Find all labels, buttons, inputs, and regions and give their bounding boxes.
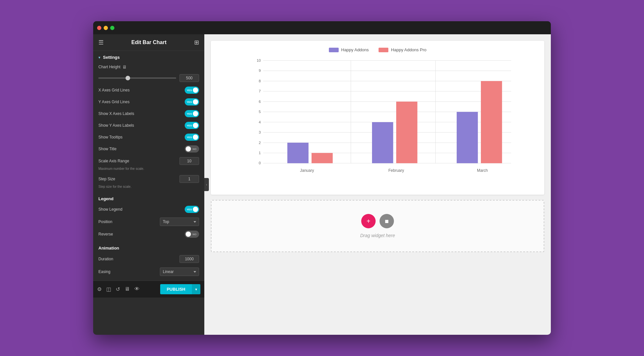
svg-text:February: February xyxy=(388,168,404,173)
duration-label: Duration xyxy=(98,257,113,261)
step-hint: Step size for the scale. xyxy=(98,185,199,188)
legend-color-1 xyxy=(329,48,339,52)
chart-legend: Happy Addons Happy Addons Pro xyxy=(217,47,538,52)
position-select[interactable]: Top Bottom Left Right xyxy=(160,218,199,226)
show-tooltips-toggle[interactable]: YES xyxy=(185,134,199,141)
chart-height-input[interactable] xyxy=(179,74,199,82)
legend-label-2: Happy Addons Pro xyxy=(391,47,426,52)
toggle-thumb xyxy=(193,99,198,105)
show-x-toggle[interactable]: YES xyxy=(185,110,199,117)
svg-text:0: 0 xyxy=(259,161,261,165)
minimize-button[interactable] xyxy=(104,26,108,30)
maximize-button[interactable] xyxy=(110,26,114,30)
scale-axis-range-label: Scale Axis Range xyxy=(98,159,129,163)
toggle-yes-label: YES xyxy=(187,101,192,104)
responsive-icon[interactable]: 🖥 xyxy=(125,286,130,292)
show-x-axes-labels-row: Show X Axes Labels YES xyxy=(98,110,199,117)
legend-label-1: Happy Addons xyxy=(341,47,369,52)
settings-header[interactable]: ▾ Settings xyxy=(98,55,199,60)
chart-area: 0 1 2 3 4 5 6 7 8 9 10 xyxy=(217,57,538,188)
close-button[interactable] xyxy=(97,26,101,30)
toggle-yes-label: YES xyxy=(187,89,192,92)
add-widget-button[interactable]: + xyxy=(361,214,376,228)
easing-label: Easing xyxy=(98,269,110,274)
svg-text:6: 6 xyxy=(259,100,261,104)
x-axes-grid-lines-label: X Axes Grid Lines xyxy=(98,88,129,92)
sidebar-title: Edit Bar Chart xyxy=(131,40,167,45)
scale-axis-range-input[interactable] xyxy=(179,157,199,165)
toolbar-right: PUBLISH ▾ xyxy=(160,284,200,294)
settings-section: ▾ Settings Chart Height 🖥 xyxy=(93,51,204,193)
sidebar-wrapper: ☰ Edit Bar Chart ⊞ ▾ Settings Chart Heig… xyxy=(93,34,204,335)
publish-dropdown-button[interactable]: ▾ xyxy=(192,284,200,294)
y-axes-grid-lines-row: Y Axes Grid Lines YES xyxy=(98,98,199,105)
svg-text:8: 8 xyxy=(259,79,261,83)
show-title-toggle-wrapper: NO xyxy=(185,145,199,153)
show-legend-row: Show Legend YES xyxy=(98,206,199,213)
sidebar-collapse-handle[interactable]: ‹ xyxy=(204,178,209,191)
chart-height-slider-container xyxy=(98,74,199,82)
bar-feb-1 xyxy=(372,122,393,163)
bar-jan-2 xyxy=(312,153,333,163)
hamburger-icon[interactable]: ☰ xyxy=(98,39,104,46)
show-legend-toggle[interactable]: YES xyxy=(185,206,199,213)
svg-text:10: 10 xyxy=(257,58,261,62)
history-icon[interactable]: ↺ xyxy=(116,286,120,292)
toggle-thumb xyxy=(193,207,198,212)
toggle-yes-label: YES xyxy=(187,136,192,139)
show-legend-label: Show Legend xyxy=(98,207,122,212)
reverse-toggle[interactable]: NO xyxy=(185,231,199,238)
scale-hint: Maximum number for the scale. xyxy=(98,167,199,170)
svg-text:2: 2 xyxy=(259,141,261,145)
x-axes-grid-toggle-wrapper: YES xyxy=(185,87,199,94)
animation-title: Animation xyxy=(98,246,119,251)
drop-zone: + ■ Drag widget here xyxy=(211,200,544,252)
duration-row: Duration xyxy=(98,255,199,263)
position-row: Position Top Bottom Left Right xyxy=(98,218,199,226)
svg-text:March: March xyxy=(477,168,488,173)
y-axes-grid-toggle[interactable]: YES xyxy=(185,98,199,105)
toggle-yes-label: YES xyxy=(187,112,192,115)
step-size-input[interactable] xyxy=(179,175,199,183)
svg-text:January: January xyxy=(300,168,314,173)
layers-icon[interactable]: ◫ xyxy=(106,286,111,292)
show-y-toggle-wrapper: YES xyxy=(185,122,199,129)
slider-fill xyxy=(98,77,129,79)
bar-chart-svg: 0 1 2 3 4 5 6 7 8 9 10 xyxy=(230,57,538,178)
bar-mar-2 xyxy=(481,81,502,163)
slider-row xyxy=(98,74,199,82)
slider-track[interactable] xyxy=(98,77,176,79)
toggle-thumb xyxy=(193,123,198,128)
svg-text:3: 3 xyxy=(259,130,261,134)
drag-widget-button[interactable]: ■ xyxy=(380,214,394,228)
reverse-row: Reverse NO xyxy=(98,231,199,238)
toggle-thumb xyxy=(193,135,198,140)
easing-row: Easing Linear EaseIn EaseOut EaseInOut xyxy=(98,267,199,276)
show-y-toggle[interactable]: YES xyxy=(185,122,199,129)
x-axes-grid-toggle[interactable]: YES xyxy=(185,87,199,94)
step-size-label: Step Size xyxy=(98,177,115,181)
slider-thumb[interactable] xyxy=(126,76,130,80)
position-label: Position xyxy=(98,219,112,224)
eye-icon[interactable]: 👁 xyxy=(134,286,140,292)
y-axes-grid-lines-label: Y Axes Grid Lines xyxy=(98,100,129,104)
toggle-yes-label: YES xyxy=(187,208,192,211)
show-tooltips-toggle-wrapper: YES xyxy=(185,134,199,141)
legend-item-1: Happy Addons xyxy=(329,47,369,52)
toggle-thumb-left xyxy=(186,232,191,237)
show-title-toggle[interactable]: NO xyxy=(185,145,199,153)
bar-feb-2 xyxy=(396,102,417,163)
duration-input[interactable] xyxy=(179,255,199,263)
x-axes-grid-lines-row: X Axes Grid Lines YES xyxy=(98,87,199,94)
publish-button[interactable]: PUBLISH xyxy=(160,284,192,294)
toggle-yes-label: YES xyxy=(187,124,192,127)
svg-text:1: 1 xyxy=(259,151,261,155)
easing-select[interactable]: Linear EaseIn EaseOut EaseInOut xyxy=(160,267,199,276)
titlebar xyxy=(93,21,551,34)
monitor-icon: 🖥 xyxy=(122,64,127,70)
show-x-axes-labels-label: Show X Axes Labels xyxy=(98,111,134,116)
legend-item-2: Happy Addons Pro xyxy=(379,47,426,52)
chart-height-label: Chart Height 🖥 xyxy=(98,64,127,70)
grid-icon[interactable]: ⊞ xyxy=(194,39,199,46)
settings-icon[interactable]: ⚙ xyxy=(97,286,102,292)
